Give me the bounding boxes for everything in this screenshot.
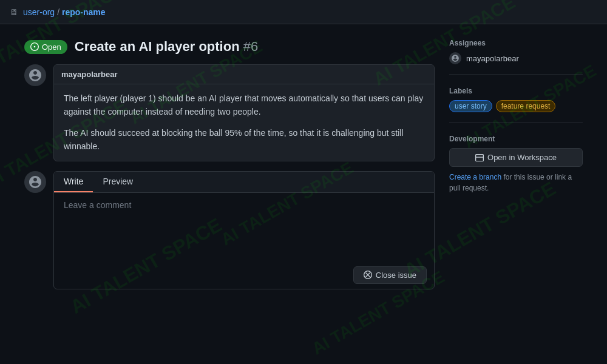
avatar xyxy=(24,64,46,86)
open-workspace-button[interactable]: Open in Workspace xyxy=(449,148,583,167)
assignees-section: Assignees mayapolarbear xyxy=(449,39,583,75)
reply-editor: Write Preview Close issue xyxy=(53,171,435,289)
reply-avatar xyxy=(24,171,46,193)
comment-paragraph-2: The AI should succeed at blocking the ba… xyxy=(64,126,424,153)
open-circle-icon xyxy=(30,42,39,51)
create-branch-link[interactable]: Create a branch xyxy=(449,173,501,181)
development-section: Development Open in Workspace Create a b… xyxy=(449,135,583,203)
comment-textarea[interactable] xyxy=(54,193,434,260)
monitor-icon: 🖥 xyxy=(10,7,18,17)
reply-actions: Close issue xyxy=(54,261,434,289)
sidebar: Assignees mayapolarbear Labels user stor… xyxy=(449,39,583,349)
comment-content-box: mayapolarbear The left player (player 1)… xyxy=(53,64,435,161)
main-content: Open Create an AI player option #6 mayap… xyxy=(0,24,607,364)
assignees-label: Assignees xyxy=(449,39,583,47)
issue-number: #6 xyxy=(243,39,258,54)
assignee-avatar xyxy=(449,52,461,64)
status-badge: Open xyxy=(24,40,67,54)
reply-tabs: Write Preview xyxy=(54,172,434,193)
breadcrumb-separator: / xyxy=(57,7,59,17)
top-bar: 🖥 user-org / repo-name xyxy=(0,0,607,24)
create-branch-text: Create a branch for this issue or link a… xyxy=(449,172,583,194)
assignee-name: mayapolarbear xyxy=(466,54,519,63)
comment-body: The left player (player 1) should be an … xyxy=(54,84,434,161)
issue-title: Create an AI player option #6 xyxy=(75,39,258,55)
tab-preview[interactable]: Preview xyxy=(93,172,143,192)
close-circle-icon xyxy=(364,271,372,279)
tab-write[interactable]: Write xyxy=(54,172,93,192)
breadcrumb-org[interactable]: user-org xyxy=(23,7,55,17)
labels-section: Labels user story feature request xyxy=(449,87,583,123)
label-feature-request[interactable]: feature request xyxy=(496,100,556,112)
label-user-story[interactable]: user story xyxy=(449,100,492,112)
breadcrumb: user-org / repo-name xyxy=(23,7,106,17)
breadcrumb-repo[interactable]: repo-name xyxy=(62,7,106,17)
labels-row: user story feature request xyxy=(449,100,583,112)
development-label: Development xyxy=(449,135,583,143)
close-issue-button[interactable]: Close issue xyxy=(353,266,427,284)
issue-title-row: Open Create an AI player option #6 xyxy=(24,39,435,55)
workspace-icon xyxy=(475,153,484,162)
comment-header: mayapolarbear xyxy=(54,65,434,84)
main-comment: mayapolarbear The left player (player 1)… xyxy=(24,64,435,161)
left-column: Open Create an AI player option #6 mayap… xyxy=(24,39,435,349)
labels-label: Labels xyxy=(449,87,583,95)
assignee-row: mayapolarbear xyxy=(449,52,583,64)
comment-paragraph-1: The left player (player 1) should be an … xyxy=(64,92,424,119)
reply-box: Write Preview Close issue xyxy=(24,171,435,289)
